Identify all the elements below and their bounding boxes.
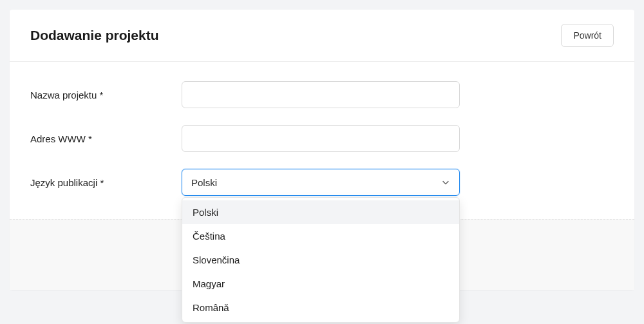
card-body: Nazwa projektu * Adres WWW * Język publi… — [10, 62, 634, 219]
label-project-name: Nazwa projektu * — [30, 90, 182, 100]
dropdown-item-romana[interactable]: Română — [182, 296, 459, 319]
label-publication-language: Język publikacji * — [30, 177, 182, 188]
dropdown-item-slovencina[interactable]: Slovenčina — [182, 248, 459, 272]
card-header: Dodawanie projektu Powrót — [10, 10, 634, 62]
www-address-input[interactable] — [182, 125, 460, 152]
row-project-name: Nazwa projektu * — [30, 81, 614, 108]
chevron-down-icon — [441, 178, 450, 187]
row-www-address: Adres WWW * — [30, 125, 614, 152]
dropdown-item-polski[interactable]: Polski — [182, 200, 459, 224]
label-www-address: Adres WWW * — [30, 133, 182, 144]
project-name-input[interactable] — [182, 81, 460, 108]
row-publication-language: Język publikacji * Polski Polski Čeština… — [30, 169, 614, 196]
back-button[interactable]: Powrót — [561, 24, 614, 47]
project-form-card: Dodawanie projektu Powrót Nazwa projektu… — [10, 10, 634, 290]
dropdown-item-cestina[interactable]: Čeština — [182, 224, 459, 248]
select-value: Polski — [191, 177, 217, 188]
page-title: Dodawanie projektu — [30, 28, 159, 43]
language-dropdown: Polski Čeština Slovenčina Magyar Română — [182, 197, 460, 323]
dropdown-item-magyar[interactable]: Magyar — [182, 272, 459, 296]
publication-language-select[interactable]: Polski — [182, 169, 460, 196]
